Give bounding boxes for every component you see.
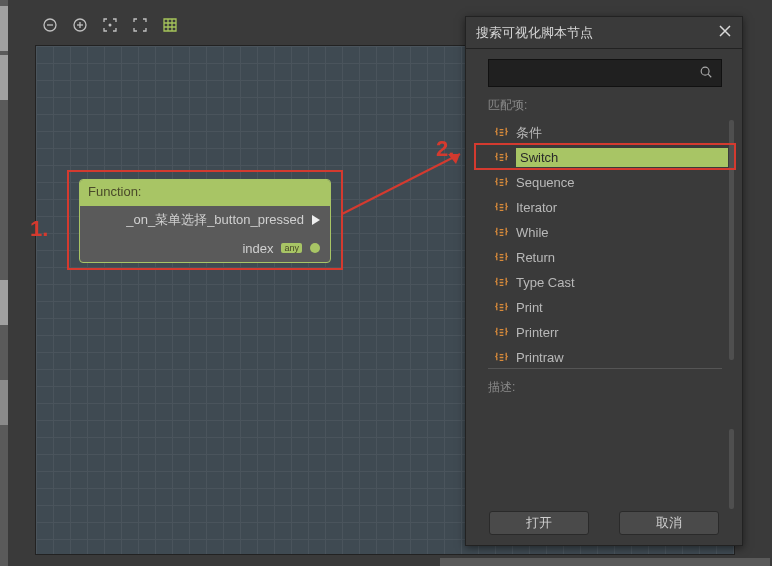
node-function-name: _on_菜单选择_button_pressed [126, 211, 304, 229]
side-tab[interactable] [0, 380, 8, 425]
zoom-out-icon [42, 17, 58, 33]
open-button[interactable]: 打开 [489, 511, 589, 535]
grid-button[interactable] [155, 11, 185, 39]
tree-item[interactable]: Switch [494, 145, 728, 170]
node-type-icon [494, 200, 509, 215]
canvas-toolbar [35, 10, 185, 40]
scrollbar[interactable] [729, 120, 734, 360]
tree-item[interactable]: Sequence [494, 170, 728, 195]
tree-item-label: Iterator [516, 200, 557, 215]
tree-item[interactable]: Printerr [494, 320, 728, 345]
annotation-label-1: 1. [30, 216, 48, 242]
data-port-icon[interactable] [310, 243, 320, 253]
tree-item-label: Sequence [516, 175, 575, 190]
results-tree[interactable]: 条件SwitchSequenceIteratorWhileReturnType … [488, 120, 728, 360]
tree-item-label: Return [516, 250, 555, 265]
tree-item[interactable]: Type Cast [494, 270, 728, 295]
tree-item[interactable]: 条件 [494, 120, 728, 145]
tree-item-label: Print [516, 300, 543, 315]
tree-item-label: Printraw [516, 350, 564, 365]
node-type-icon [494, 325, 509, 340]
node-output-row: _on_菜单选择_button_pressed [80, 206, 330, 234]
annotation-box-1: Function: _on_菜单选择_button_pressed index … [67, 170, 343, 270]
node-param-row: index any [80, 234, 330, 262]
search-input[interactable] [497, 66, 699, 81]
dialog-title: 搜索可视化脚本节点 [476, 24, 593, 42]
grid-icon [162, 17, 178, 33]
node-header: Function: [80, 180, 330, 206]
search-node-dialog: 搜索可视化脚本节点 匹配项: 条件SwitchSequenceIteratorW… [465, 16, 743, 546]
tree-item-label: Type Cast [516, 275, 575, 290]
description-label: 描述: [488, 379, 728, 396]
tree-item[interactable]: Printraw [494, 345, 728, 370]
focus-button[interactable] [95, 11, 125, 39]
close-icon [718, 24, 732, 38]
annotation-label-2: 2. [436, 136, 454, 162]
cancel-button[interactable]: 取消 [619, 511, 719, 535]
tree-item[interactable]: Return [494, 245, 728, 270]
tree-item-label: Switch [516, 148, 728, 167]
node-type-icon [494, 125, 509, 140]
node-param-name: index [242, 241, 273, 256]
svg-point-5 [109, 24, 112, 27]
svg-line-9 [708, 74, 711, 77]
matches-label: 匹配项: [488, 97, 728, 114]
node-type-icon [494, 225, 509, 240]
node-type-icon [494, 150, 509, 165]
close-button[interactable] [718, 24, 732, 41]
bottom-panel-strip [440, 558, 770, 566]
function-node[interactable]: Function: _on_菜单选择_button_pressed index … [79, 179, 331, 263]
fullscreen-button[interactable] [125, 11, 155, 39]
node-type-icon [494, 275, 509, 290]
zoom-in-icon [72, 17, 88, 33]
node-type-icon [494, 250, 509, 265]
focus-icon [102, 17, 118, 33]
tree-item-label: While [516, 225, 549, 240]
tree-item[interactable]: Iterator [494, 195, 728, 220]
scrollbar[interactable] [729, 429, 734, 509]
tree-item-label: 条件 [516, 124, 542, 142]
fullscreen-icon [132, 17, 148, 33]
search-icon [699, 65, 713, 82]
side-tab[interactable] [0, 280, 8, 325]
node-type-icon [494, 350, 509, 365]
node-type-icon [494, 300, 509, 315]
side-tab[interactable] [0, 55, 8, 100]
param-type-badge: any [281, 243, 302, 253]
svg-point-8 [701, 67, 709, 75]
tree-item[interactable]: While [494, 220, 728, 245]
side-tab[interactable] [0, 6, 8, 51]
zoom-out-button[interactable] [35, 11, 65, 39]
exec-port-icon[interactable] [312, 215, 320, 225]
node-type-icon [494, 175, 509, 190]
zoom-in-button[interactable] [65, 11, 95, 39]
left-panel-strip [0, 0, 8, 566]
search-box [488, 59, 722, 87]
tree-item-label: Printerr [516, 325, 559, 340]
tree-item[interactable]: Print [494, 295, 728, 320]
